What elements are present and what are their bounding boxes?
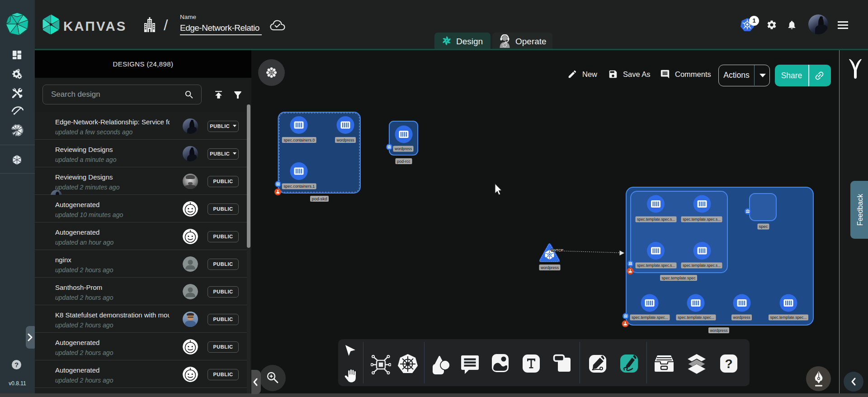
svg-text:spec.template.spec...: spec.template.spec... bbox=[632, 315, 668, 320]
svg-text:spec.template.spec.s...: spec.template.spec.s... bbox=[683, 263, 721, 268]
svg-text:pod-rcc: pod-rcc bbox=[397, 159, 410, 164]
svg-text:spec.containers.1: spec.containers.1 bbox=[283, 184, 315, 189]
svg-text:wordpress: wordpress bbox=[336, 137, 354, 142]
svg-text:spec.template.spec...: spec.template.spec... bbox=[770, 315, 807, 320]
svg-text:spec.template.spec.s...: spec.template.spec.s... bbox=[683, 217, 721, 222]
svg-text:00/TCP: 00/TCP bbox=[551, 248, 563, 252]
svg-text:spec.template.spec: spec.template.spec bbox=[662, 275, 696, 280]
svg-text:wordpress: wordpress bbox=[394, 146, 412, 151]
svg-text:spec: spec bbox=[759, 224, 768, 229]
svg-text:wordpress: wordpress bbox=[733, 315, 750, 320]
svg-text:spec.template.spec.s...: spec.template.spec.s... bbox=[637, 263, 675, 268]
svg-text:pod-skd: pod-skd bbox=[312, 196, 327, 201]
svg-text:spec.template.spec.s...: spec.template.spec.s... bbox=[637, 217, 675, 222]
svg-text:spec.containers.0: spec.containers.0 bbox=[283, 137, 315, 142]
svg-text:wordpress: wordpress bbox=[540, 265, 559, 270]
svg-text:wordpress: wordpress bbox=[710, 328, 728, 333]
svg-text:spec.template.spec...: spec.template.spec... bbox=[678, 315, 714, 320]
